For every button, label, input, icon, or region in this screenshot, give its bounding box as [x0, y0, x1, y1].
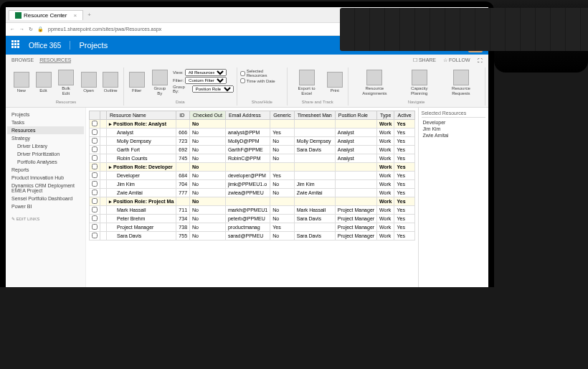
column-header[interactable]: Timesheet Man [294, 111, 335, 120]
ribbon-button[interactable]: Print [325, 69, 344, 96]
group-row[interactable]: ▸ Position Role: DeveloperNoWorkYes [90, 163, 415, 172]
ribbon-button[interactable]: Edit [34, 69, 54, 96]
share-button[interactable]: ☐ SHARE [413, 57, 436, 63]
sidebar-item[interactable]: Dynamics CRM Deployment EMEA Project [7, 182, 84, 195]
row-checkbox[interactable] [92, 190, 98, 195]
row-checkbox[interactable] [92, 129, 98, 135]
row-checkbox[interactable] [92, 172, 98, 178]
table-row[interactable]: Developer684Nodeveloper@PPMYesWorkYes [90, 172, 415, 180]
keyboard [340, 8, 588, 51]
panel-title: Selected Resources [422, 111, 485, 118]
row-checkbox[interactable] [92, 207, 98, 212]
page-actions-bar: BROWSE RESOURCES ☐ SHARE ☆ FOLLOW ⛶ [6, 55, 488, 66]
row-checkbox[interactable] [92, 146, 98, 152]
group-row[interactable]: ▸ Position Role: Project MaNoWorkYes [90, 197, 415, 206]
sidebar-item[interactable]: Resources [7, 126, 84, 134]
app-launcher-icon[interactable] [11, 40, 22, 50]
table-row[interactable]: Mark Hassall711Nomarkh@PPMEU1NoMark Hass… [90, 206, 415, 215]
ribbon-checkbox[interactable]: Selected Resources [240, 69, 284, 78]
tab-title: Resource Center [24, 12, 67, 19]
row-checkbox[interactable] [92, 164, 98, 169]
sidebar-item[interactable]: Reports [7, 166, 84, 174]
ribbon-button[interactable]: Group By [148, 69, 171, 96]
ribbon-icon [103, 72, 118, 88]
column-header[interactable]: ID [176, 111, 190, 120]
column-header[interactable]: Checked Out [190, 111, 226, 120]
left-nav: ProjectsTasksResourcesStrategyDriver Lib… [6, 108, 86, 287]
table-row[interactable]: Project Manager738NoproductmanagYesProje… [90, 223, 415, 232]
selected-resource-item[interactable]: Developer [422, 119, 485, 126]
table-row[interactable]: Robin Counts745NoRobinC@PPMNoAnalystWork… [90, 154, 415, 163]
group-selector[interactable]: Group By: Position Role [173, 85, 234, 93]
resource-grid: Resource NameIDChecked OutEmail AddressG… [89, 111, 415, 240]
refresh-icon[interactable]: ↻ [29, 27, 33, 32]
row-checkbox[interactable] [92, 155, 98, 161]
ribbon-button[interactable]: Capacity Planning [400, 69, 438, 96]
sidebar-item[interactable]: Product Innovation Hub [7, 174, 84, 182]
tab-resources[interactable]: RESOURCES [39, 57, 71, 63]
back-icon[interactable]: ← [10, 27, 15, 32]
column-header[interactable]: Type [377, 111, 394, 120]
sidebar-item[interactable]: Power BI [7, 202, 84, 210]
ribbon-button[interactable]: Resource Requests [440, 69, 481, 96]
ribbon-button[interactable]: Filter [127, 69, 146, 96]
ribbon-button[interactable]: Bulk Edit [55, 69, 76, 96]
row-checkbox[interactable] [92, 198, 98, 204]
sidebar-item[interactable]: Driver Library [7, 142, 84, 150]
column-header[interactable]: Generic [270, 111, 295, 120]
sidebar-item[interactable]: Portfolio Analyses [7, 158, 84, 166]
table-row[interactable]: Molly Dempsey723NoMollyD@PPMNoMolly Demp… [90, 137, 415, 146]
row-checkbox[interactable] [92, 138, 98, 144]
column-header[interactable] [90, 111, 100, 120]
sidebar-item[interactable]: Driver Prioritization [7, 150, 84, 158]
column-header[interactable] [100, 111, 107, 120]
ribbon-icon [81, 72, 97, 88]
ribbon-button[interactable]: Outline [100, 69, 120, 96]
table-row[interactable]: Sara Davis755Nosarad@PPMEUNoSara DavisPr… [90, 232, 415, 240]
table-row[interactable]: Zwie Amitai777Nozwiea@PPMEUNoZwie Amitai… [90, 189, 415, 197]
ribbon-group: FilterGroup ByView: All ResourcesFilter:… [124, 67, 237, 106]
new-tab-button[interactable]: + [87, 11, 91, 18]
follow-button[interactable]: ☆ FOLLOW [443, 57, 470, 63]
row-checkbox[interactable] [92, 181, 98, 187]
row-checkbox[interactable] [92, 215, 98, 221]
fullscreen-icon[interactable]: ⛶ [478, 58, 483, 63]
browser-tab[interactable]: Resource Center × [9, 10, 83, 20]
ribbon-button[interactable]: Open [79, 69, 99, 96]
filter-selector[interactable]: Filter: Custom Filter... [173, 77, 234, 84]
column-header[interactable]: Email Address [225, 111, 270, 120]
selected-resource-item[interactable]: Jim Kim [422, 126, 485, 132]
view-selector[interactable]: View: All Resources [173, 69, 234, 76]
sidebar-item[interactable]: Sensei Portfolio Dashboard [7, 195, 84, 202]
table-row[interactable]: Analyst666Noanalyst@PPMYesAnalystWorkYes [90, 129, 415, 137]
edit-links[interactable]: ✎ EDIT LINKS [7, 213, 84, 224]
ribbon-button[interactable]: Resource Assignments [351, 69, 399, 96]
row-checkbox[interactable] [92, 224, 98, 230]
forward-icon[interactable]: → [19, 27, 24, 32]
project-icon [15, 12, 22, 19]
close-icon[interactable]: × [73, 12, 77, 19]
tab-browse[interactable]: BROWSE [11, 57, 34, 63]
table-row[interactable]: Jim Kim704Nojimk@PPMEU1.oNoJim KimWorkYe… [90, 180, 415, 189]
selected-resources-panel: Selected Resources DeveloperJim KimZwie … [418, 108, 488, 287]
sidebar-item[interactable]: Strategy [7, 134, 84, 142]
column-header[interactable]: Resource Name [107, 111, 176, 120]
column-header[interactable]: Active [394, 111, 414, 120]
row-checkbox[interactable] [92, 121, 98, 126]
ribbon-group: NewEditBulk EditOpenOutlineResources [9, 67, 124, 106]
selected-resource-item[interactable]: Zwie Amitai [422, 132, 485, 139]
table-row[interactable]: Garth Fort692NoGarthF@PPMENoSara DavisAn… [90, 146, 415, 154]
ribbon-button[interactable]: Export to Excel [290, 69, 323, 96]
sidebar-item[interactable]: Projects [7, 111, 84, 118]
o365-brand[interactable]: Office 365 [29, 42, 61, 50]
group-row[interactable]: ▸ Position Role: AnalystNoWorkYes [90, 120, 415, 129]
ribbon-checkbox[interactable]: Time with Date [240, 78, 284, 83]
column-header[interactable]: Position Role [335, 111, 376, 120]
sidebar-item[interactable]: Tasks [7, 118, 84, 126]
ribbon-group: Resource AssignmentsCapacity PlanningRes… [348, 67, 485, 106]
app-name: Projects [70, 41, 108, 50]
table-row[interactable]: Peter Brehm734Nopeterb@PPMEUNoSara Davis… [90, 215, 415, 223]
row-checkbox[interactable] [92, 233, 98, 238]
ribbon: NewEditBulk EditOpenOutlineResourcesFilt… [6, 66, 488, 108]
ribbon-button[interactable]: New [11, 69, 32, 96]
